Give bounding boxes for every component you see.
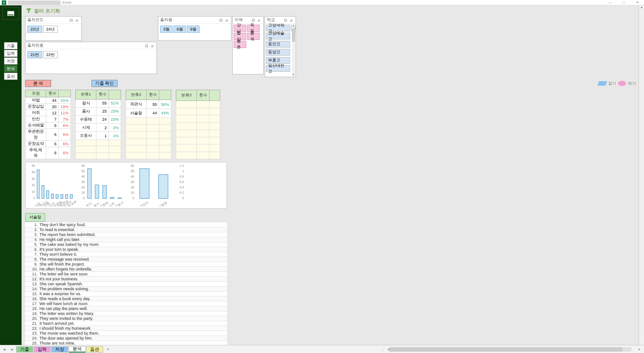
clear-filter-icon[interactable]: ⌀ [256, 18, 261, 22]
svg-rect-46 [110, 197, 113, 198]
svg-text:60: 60 [131, 164, 134, 167]
svg-rect-40 [87, 169, 91, 198]
multiselect-icon[interactable]: ⊟ [218, 18, 224, 22]
scroll-up-icon[interactable]: ▴ [292, 24, 295, 27]
svg-text:0.4: 0.4 [179, 186, 184, 189]
clear-filter-icon[interactable]: ⌀ [74, 18, 79, 22]
side-tab-4[interactable]: 옵션 [4, 73, 17, 80]
table-row [176, 122, 220, 130]
chip[interactable]: 22년 [27, 26, 42, 33]
chip[interactable]: 평촌 [234, 41, 246, 48]
list-item: 4.He might call you later. [25, 237, 227, 242]
sheet-bar: ◂ ▸ 기출입력저장분석옵션 + ⋮ ◂ ▸ [0, 345, 644, 353]
hscroll-right-icon[interactable]: ▸ [639, 347, 640, 351]
titlebar: X ▓▓▓▓▓▓▓▓▓▓▓▓▓▓▓▓▓▓▓▓ - Excel — □ ✕ [0, 0, 644, 5]
table-row: 수동태2422% [76, 115, 121, 123]
svg-text:30: 30 [131, 180, 134, 183]
sheet-nav-prev[interactable]: ◂ [0, 347, 8, 352]
chip[interactable]: 21번 [27, 51, 42, 58]
sheet-nav-next[interactable]: ▸ [8, 347, 16, 352]
svg-rect-17 [56, 195, 58, 199]
check-button[interactable]: 기출 확인 [91, 80, 117, 87]
svg-rect-48 [117, 198, 121, 198]
chip[interactable]: 9월 [187, 26, 200, 33]
chip[interactable]: 22번 [43, 51, 58, 58]
school-item[interactable]: 일산대진고 [266, 65, 290, 72]
clear-filter-icon[interactable]: ⌀ [288, 18, 294, 22]
slicer-region: 지역 ⊟ ⌀ 강남목동일산중계평촌 [232, 16, 264, 74]
multiselect-icon[interactable]: ⊟ [144, 44, 149, 48]
svg-rect-19 [61, 195, 63, 199]
svg-text:수동태: 수동태 [99, 201, 109, 206]
table-row: 시제22% [76, 124, 121, 132]
col-header: 횟수 [46, 90, 59, 97]
scroll-thumb[interactable] [292, 28, 295, 42]
close-button[interactable]: ✕ [631, 0, 644, 4]
horizontal-scrollbar[interactable] [389, 347, 631, 352]
svg-text:0: 0 [33, 196, 35, 200]
scroll-up-icon[interactable]: ▴ [639, 5, 644, 10]
svg-text:30: 30 [81, 180, 85, 183]
col-header: 분류1 [76, 90, 96, 100]
svg-text:40: 40 [31, 170, 35, 174]
list-item: 9.She will finish the project. [25, 262, 227, 267]
side-tab-3[interactable]: 분석 [4, 65, 17, 72]
svg-rect-64 [159, 174, 168, 198]
svg-rect-1 [8, 14, 13, 15]
maximize-button[interactable]: □ [617, 0, 631, 4]
side-tab-1[interactable]: 입력 [4, 50, 17, 57]
chip[interactable]: 3월 [160, 26, 173, 33]
svg-text:조동사: 조동사 [114, 201, 124, 206]
list-item: 23.The movie was watched by them. [25, 331, 227, 336]
list-item: 12.It's not your business. [25, 277, 227, 282]
sheet-tab-3[interactable]: 분석 [69, 346, 86, 353]
chip[interactable]: 중계 [247, 33, 260, 40]
svg-text:40: 40 [131, 175, 134, 178]
slicer-year: 출처연도 ⊟ ⌀ 22년24년 [25, 16, 82, 41]
clear-filter-icon[interactable]: ⌀ [224, 18, 229, 22]
add-sheet-button[interactable]: + [104, 347, 113, 352]
slicer-scrollbar[interactable]: ▴ ▾ [292, 24, 295, 76]
svg-text:0.8: 0.8 [179, 175, 184, 178]
side-tab-0[interactable]: 기출 [4, 42, 17, 49]
table-row [176, 137, 220, 144]
eraser-blue-icon[interactable] [597, 81, 607, 86]
analyze-button[interactable]: 분 석 [25, 80, 51, 87]
sheet-tab-4[interactable]: 옵션 [86, 346, 103, 353]
minimize-button[interactable]: — [604, 0, 617, 4]
table-row: 서술형4444% [126, 109, 171, 118]
svg-text:1.2: 1.2 [179, 164, 184, 167]
multiselect-icon[interactable]: ⊟ [69, 18, 74, 22]
title-suffix: - Excel [61, 0, 71, 4]
svg-text:객관식: 객관식 [139, 201, 149, 206]
hscroll-thumb[interactable] [389, 347, 622, 352]
filter-reset[interactable]: 필터 초기화 [25, 6, 640, 15]
svg-text:60: 60 [81, 164, 85, 167]
school-item[interactable]: 고양예술고 [266, 33, 290, 39]
chip[interactable]: 24년 [43, 26, 58, 33]
chip[interactable]: 6월 [174, 26, 186, 33]
table-t3: 분류2횟수객관식5556%서술형4444% [126, 90, 171, 159]
sentence-tag[interactable]: 서술형 [25, 213, 45, 222]
eraser-pink-icon[interactable] [618, 81, 626, 86]
list-item: 7.They won't believe it. [25, 252, 227, 257]
slicer-num-title: 출처번호 [27, 43, 144, 48]
clear-filter-icon[interactable]: ⌀ [149, 44, 155, 48]
slicer-school: 학교 ⊟ ⌀ 고양국제고고양예술고동안고동양고부흥고일산대진고저동고 ▴ ▾ [265, 16, 296, 77]
sheet-tab-2[interactable]: 저장 [51, 346, 68, 353]
multiselect-icon[interactable]: ⊟ [251, 18, 256, 22]
list-item: 25.Those are not mine. [25, 341, 227, 345]
excel-icon: X [2, 0, 6, 5]
multiselect-icon[interactable]: ⊟ [283, 18, 288, 22]
svg-text:형식: 형식 [85, 201, 92, 206]
table-row: 객관식5556% [126, 100, 171, 109]
scroll-down-icon[interactable]: ▾ [292, 73, 295, 76]
table-row [176, 115, 220, 122]
side-tab-2[interactable]: 저장 [4, 57, 17, 65]
school-item[interactable]: 동안고 [266, 41, 290, 48]
sheet-tab-0[interactable]: 기출 [16, 346, 33, 353]
list-item: 8.The message was received. [25, 257, 227, 262]
vertical-scrollbar[interactable]: ▴ [639, 5, 644, 345]
school-item[interactable]: 동양고 [266, 49, 290, 56]
sheet-tab-1[interactable]: 입력 [34, 346, 51, 353]
